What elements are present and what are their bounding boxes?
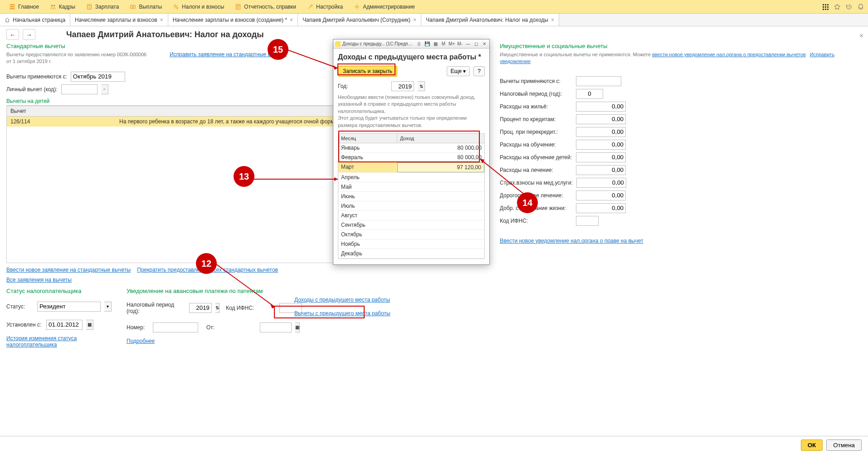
standard-note: Вычеты предоставляются по заявлению номе… xyxy=(6,51,151,65)
menu-admin[interactable]: Администрирование xyxy=(348,4,420,10)
new-standard-link[interactable]: Ввести новое заявление на стандартные вы… xyxy=(6,267,131,273)
close-modal-icon[interactable]: ✕ xyxy=(481,41,488,47)
personal-deduction-input[interactable] xyxy=(61,84,98,94)
tab-employee[interactable]: Чапаев Дмитрий Анатольевич (Сотрудник)× xyxy=(298,14,421,26)
open-ref-button[interactable]: ▫ xyxy=(101,84,108,94)
income-row[interactable]: Май xyxy=(338,182,484,192)
income-row[interactable]: Ноябрь xyxy=(338,239,484,249)
all-apps-link[interactable]: Все заявления на вычеты xyxy=(6,277,72,283)
svg-rect-9 xyxy=(823,4,824,5)
income-row[interactable]: Февраль80 000,00 xyxy=(338,153,484,162)
right-ifns-input[interactable] xyxy=(576,216,599,226)
prev-income-link[interactable]: Доходы с предыдущего места работы xyxy=(294,297,394,303)
close-icon[interactable]: × xyxy=(160,17,163,23)
m-minus-button[interactable]: M- xyxy=(457,41,463,47)
new-notice-link[interactable]: Ввести новое уведомление нал.органа о пр… xyxy=(500,238,643,244)
help-button[interactable]: ? xyxy=(473,66,485,76)
apply-from-label: Вычеты применяются с: xyxy=(6,73,67,80)
status-history-link[interactable]: История изменения статуса налогоплательщ… xyxy=(6,335,117,348)
minimize-icon[interactable]: — xyxy=(465,41,471,47)
menu-salary[interactable]: Зарплата xyxy=(81,4,125,10)
life-insurance-input[interactable] xyxy=(576,203,626,213)
modal-note: Необходимо ввести (помесячно) только сов… xyxy=(338,94,485,129)
save-icon[interactable]: 💾 xyxy=(424,41,430,47)
callout-12: 12 xyxy=(196,253,217,274)
patent-more-link[interactable]: Подробнее xyxy=(127,338,285,344)
dropdown-icon[interactable]: ▾ xyxy=(104,302,112,312)
star-icon[interactable] xyxy=(834,3,841,10)
year-spinner[interactable]: ⇅ xyxy=(418,81,425,91)
tab-income-tax[interactable]: Чапаев Дмитрий Анатольевич: Налог на дох… xyxy=(421,14,559,26)
income-row[interactable]: Декабрь xyxy=(338,249,484,259)
close-icon[interactable]: × xyxy=(551,17,554,23)
menu-settings[interactable]: Настройка xyxy=(302,4,348,10)
income-row[interactable]: Октябрь xyxy=(338,230,484,239)
treatment-input[interactable] xyxy=(576,165,626,175)
credit-percent-input[interactable] xyxy=(576,114,626,124)
menu-payments[interactable]: Выплаты xyxy=(124,4,167,10)
svg-point-5 xyxy=(174,5,176,6)
maximize-icon[interactable]: ◻ xyxy=(473,41,479,47)
modal-titlebar[interactable]: Доходы с предыду... (1С:Предприятие) ⎙ 💾… xyxy=(333,39,489,49)
housing-input[interactable] xyxy=(576,102,626,112)
gear-icon xyxy=(354,4,360,10)
income-row[interactable]: Август xyxy=(338,211,484,220)
back-button[interactable]: ← xyxy=(6,29,19,40)
right-apply-from-input[interactable] xyxy=(576,76,621,86)
tab-home[interactable]: Начальная страница xyxy=(0,14,70,26)
property-social-title: Имущественные и социальные вычеты xyxy=(500,43,862,49)
income-row[interactable]: Июнь xyxy=(338,192,484,201)
menu-reports[interactable]: Отчетность, справки xyxy=(229,4,302,10)
more-button[interactable]: Еще ▾ xyxy=(447,66,470,76)
people-icon xyxy=(50,4,56,10)
forward-button[interactable]: → xyxy=(23,29,35,40)
close-page-icon[interactable]: × xyxy=(859,32,863,40)
new-notice-link-inline[interactable]: ввести новое уведомление нал.органа о пр… xyxy=(652,52,806,57)
education-input[interactable] xyxy=(576,140,626,150)
money-icon xyxy=(130,4,136,10)
modal-heading: Доходы с предыдущего места работы * xyxy=(338,53,485,61)
svg-rect-11 xyxy=(827,4,829,5)
right-year-input[interactable] xyxy=(576,89,603,99)
menu-main[interactable]: Главное xyxy=(4,4,44,10)
prev-deductions-link[interactable]: Вычеты с предыдущего места работы xyxy=(294,310,394,317)
tab-accrual[interactable]: Начисление зарплаты и взносов× xyxy=(70,14,168,26)
prev-income-modal: Доходы с предыду... (1С:Предприятие) ⎙ 💾… xyxy=(333,39,490,265)
income-row[interactable]: Сентябрь xyxy=(338,220,484,230)
income-row[interactable]: Июль xyxy=(338,201,484,211)
svg-line-20 xyxy=(288,50,337,68)
apply-from-input[interactable] xyxy=(71,72,125,82)
calendar-icon[interactable]: ▦ xyxy=(86,320,93,330)
expensive-treatment-input[interactable] xyxy=(576,190,626,200)
cancel-button[interactable]: Отмена xyxy=(826,439,862,451)
bell-icon[interactable] xyxy=(857,3,864,10)
save-close-button[interactable]: Записать и закрыть xyxy=(338,66,397,77)
calc-icon[interactable]: ▦ xyxy=(432,41,439,47)
menu-taxes[interactable]: Налоги и взносы xyxy=(167,4,229,10)
income-row[interactable]: Январь80 000,00 xyxy=(338,143,484,153)
m-plus-button[interactable]: M+ xyxy=(449,41,455,47)
modal-year-input[interactable] xyxy=(391,81,414,91)
close-icon[interactable]: × xyxy=(413,17,416,23)
income-row[interactable]: Март97 120,00 xyxy=(338,162,484,173)
tab-accrual-create[interactable]: Начисление зарплаты и взносов (создание)… xyxy=(168,14,298,26)
patent-date-input[interactable] xyxy=(260,322,292,332)
med-insurance-input[interactable] xyxy=(576,178,626,188)
close-icon[interactable]: × xyxy=(290,17,293,23)
svg-line-24 xyxy=(216,264,275,307)
menu-hr[interactable]: Кадры xyxy=(44,4,81,10)
patent-number-input[interactable] xyxy=(153,322,198,332)
m-button[interactable]: M xyxy=(440,41,447,47)
svg-point-0 xyxy=(51,5,53,6)
history-icon[interactable] xyxy=(845,3,853,10)
recredit-input[interactable] xyxy=(576,127,626,137)
apps-icon[interactable] xyxy=(822,3,829,10)
status-select[interactable] xyxy=(37,302,101,312)
ok-button[interactable]: ОК xyxy=(801,439,823,451)
print-icon[interactable]: ⎙ xyxy=(416,41,422,47)
income-row[interactable]: Апрель xyxy=(338,173,484,182)
children-education-input[interactable] xyxy=(576,152,626,162)
status-date-input[interactable] xyxy=(46,320,83,330)
svg-rect-13 xyxy=(825,6,826,8)
patent-year-input[interactable] xyxy=(189,303,212,313)
